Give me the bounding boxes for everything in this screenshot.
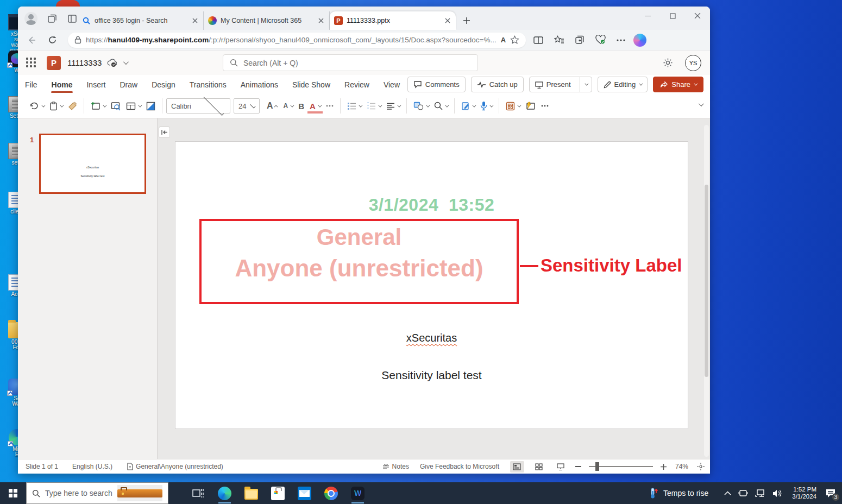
- slide[interactable]: 3/1/2024 13:52 General Anyone (unrestric…: [175, 141, 688, 429]
- slide-sorter-view-button[interactable]: [532, 461, 546, 472]
- refresh-button[interactable]: [44, 32, 60, 48]
- volume-icon[interactable]: [772, 489, 783, 497]
- feedback-link[interactable]: Give Feedback to Microsoft: [420, 463, 499, 470]
- lock-icon[interactable]: [74, 36, 81, 44]
- taskbar-search-box[interactable]: Type here to search: [26, 482, 168, 504]
- font-name-select[interactable]: Calibri: [166, 98, 230, 114]
- tab-home[interactable]: Home: [45, 75, 80, 94]
- collapse-ribbon-chevron[interactable]: [699, 101, 704, 106]
- taskbar-file-explorer[interactable]: [238, 482, 265, 504]
- tab-slide-show[interactable]: Slide Show: [285, 75, 337, 94]
- slide-subtitle-text[interactable]: Sensitivity label test: [175, 369, 688, 382]
- taskbar-chrome[interactable]: [318, 482, 344, 504]
- tab-insert[interactable]: Insert: [79, 75, 112, 94]
- new-tab-button[interactable]: [459, 13, 474, 28]
- language-status[interactable]: English (U.S.): [72, 463, 112, 470]
- bullets-button[interactable]: [344, 97, 364, 115]
- tab-transitions[interactable]: Transitions: [183, 75, 234, 94]
- tab-my-content[interactable]: My Content | Microsoft 365: [204, 11, 330, 30]
- tab-view[interactable]: View: [376, 75, 407, 94]
- align-button[interactable]: [384, 97, 403, 115]
- smartart-grid-button[interactable]: [503, 97, 523, 115]
- share-button[interactable]: Share: [653, 77, 703, 92]
- start-button[interactable]: [0, 482, 26, 504]
- minimize-button[interactable]: [635, 7, 660, 25]
- format-painter-button[interactable]: [65, 97, 80, 115]
- title-dropdown-chevron[interactable]: [123, 59, 129, 65]
- font-color-button[interactable]: A: [307, 97, 323, 115]
- bold-button[interactable]: B: [296, 97, 307, 115]
- design-ideas-button[interactable]: [523, 97, 538, 115]
- collections-star-icon[interactable]: [551, 32, 567, 48]
- network-icon[interactable]: [755, 489, 765, 497]
- fit-to-window-button[interactable]: [697, 463, 705, 470]
- app-launcher-icon[interactable]: [26, 58, 37, 68]
- read-aloud-icon[interactable]: A: [501, 36, 506, 44]
- taskbar-edge[interactable]: [211, 482, 238, 504]
- layout-button[interactable]: [123, 97, 143, 115]
- weather-widget[interactable]: Temps to rise: [650, 488, 708, 499]
- editor-button[interactable]: [458, 97, 477, 115]
- dictate-button[interactable]: [477, 97, 495, 115]
- scrollbar-thumb[interactable]: [705, 185, 708, 377]
- powerpoint-logo[interactable]: P: [47, 56, 61, 70]
- document-title[interactable]: 11113333: [67, 58, 102, 67]
- zoom-in-button[interactable]: [661, 464, 667, 470]
- zoom-level[interactable]: 74%: [675, 463, 688, 470]
- close-window-button[interactable]: [685, 7, 710, 25]
- browser-profile-avatar[interactable]: [24, 12, 37, 25]
- close-tab-icon[interactable]: [191, 17, 199, 24]
- vertical-tabs-icon[interactable]: [67, 13, 78, 24]
- slide-thumbnail[interactable]: xSecuritas Sensitivity label test: [39, 134, 146, 194]
- favorite-star-icon[interactable]: [510, 35, 519, 45]
- shrink-font-button[interactable]: A: [281, 97, 296, 115]
- zoom-out-button[interactable]: [575, 466, 581, 467]
- tab-file[interactable]: File: [18, 75, 45, 94]
- grow-font-button[interactable]: A: [264, 97, 281, 115]
- slide-title-text[interactable]: xSecuritas: [175, 332, 688, 344]
- maximize-button[interactable]: [660, 7, 685, 25]
- new-slide-button[interactable]: [88, 97, 108, 115]
- address-bar[interactable]: https://hanul409-my.sharepoint.com/:p:/r…: [68, 33, 526, 48]
- saved-status-icon[interactable]: [107, 59, 117, 67]
- settings-more-icon[interactable]: [613, 32, 629, 48]
- zoom-slider-thumb[interactable]: [595, 462, 599, 471]
- comments-button[interactable]: Comments: [407, 77, 466, 92]
- tab-design[interactable]: Design: [144, 75, 183, 94]
- editing-mode-button[interactable]: Editing: [598, 77, 648, 92]
- collections-add-icon[interactable]: [571, 32, 588, 48]
- reuse-slides-button[interactable]: [108, 97, 123, 115]
- paste-button[interactable]: [47, 97, 65, 115]
- undo-button[interactable]: [27, 97, 47, 115]
- more-toolbar-options[interactable]: [538, 97, 551, 115]
- present-main[interactable]: Present: [530, 77, 576, 92]
- taskbar-store[interactable]: [265, 482, 291, 504]
- vertical-scrollbar[interactable]: [704, 125, 709, 457]
- tab-review[interactable]: Review: [337, 75, 376, 94]
- user-avatar[interactable]: YS: [685, 55, 701, 71]
- url-text[interactable]: https://hanul409-my.sharepoint.com/:p:/r…: [86, 36, 497, 44]
- collapse-thumbnails-button[interactable]: [159, 127, 170, 138]
- gear-icon[interactable]: [663, 58, 673, 68]
- close-tab-icon[interactable]: [444, 17, 451, 24]
- close-tab-icon[interactable]: [317, 17, 325, 24]
- designer-button[interactable]: [143, 97, 158, 115]
- numbering-button[interactable]: [364, 97, 384, 115]
- workspaces-icon[interactable]: [47, 13, 58, 24]
- split-screen-icon[interactable]: [530, 32, 546, 48]
- tray-expand-chevron[interactable]: [724, 491, 731, 495]
- notes-button[interactable]: Notes: [382, 463, 409, 470]
- normal-view-button[interactable]: [510, 461, 524, 472]
- task-view-button[interactable]: [185, 482, 211, 504]
- find-button[interactable]: [431, 97, 450, 115]
- tablet-sync-icon[interactable]: [738, 489, 748, 497]
- office-search-box[interactable]: Search (Alt + Q): [223, 54, 478, 71]
- tab-office-365-login[interactable]: office 365 login - Search: [78, 11, 204, 30]
- taskbar-clock[interactable]: 1:52 PM 3/1/2024: [792, 486, 816, 500]
- search-highlight-icon[interactable]: [117, 485, 162, 501]
- zoom-slider[interactable]: [589, 466, 653, 467]
- more-font-options[interactable]: [323, 97, 336, 115]
- browser-essentials-icon[interactable]: [592, 32, 608, 48]
- present-button[interactable]: Present: [529, 77, 592, 92]
- tab-animations[interactable]: Animations: [234, 75, 285, 94]
